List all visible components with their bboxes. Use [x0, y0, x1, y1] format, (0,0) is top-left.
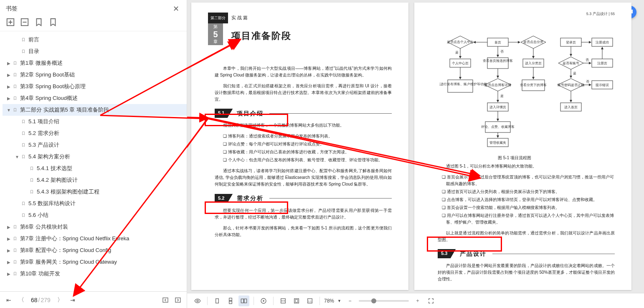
sidebar-collapse-icon[interactable]: [161, 295, 170, 305]
close-icon[interactable]: ✕: [171, 4, 181, 13]
outline-item[interactable]: 5.2 需求分析: [3, 127, 187, 139]
outline-item[interactable]: ▶第10章 功能开发: [3, 268, 187, 280]
svg-text:提示错误: 提示错误: [596, 83, 609, 87]
svg-text:是: 是: [455, 51, 459, 54]
svg-text:登录页: 登录页: [566, 41, 576, 44]
outline-item[interactable]: ▼第二部分 实战篇第5 章 项目准备阶段: [3, 104, 187, 116]
svg-text:否: 否: [586, 80, 589, 84]
bookmark-icon: [12, 72, 18, 77]
outline-item[interactable]: ▶第2章 Spring Boot基础: [3, 69, 187, 81]
tree-twisty-icon[interactable]: ▶: [6, 84, 12, 89]
outline-item[interactable]: 5.6 小结: [3, 209, 187, 221]
svg-rect-72: [229, 298, 232, 300]
section-head-5-1: 5.1 项目介绍: [215, 109, 392, 118]
bookmark-icon: [20, 201, 27, 206]
page-spread[interactable]: 第二部分 实战篇 第 5 章 项目准备阶段 本章中，我们将开始一个大型实战项目—…: [187, 0, 644, 308]
next-page-button[interactable]: 〉: [56, 295, 65, 305]
outline-item[interactable]: ▶第6章 公共模块封装: [3, 221, 187, 233]
tree-twisty-icon[interactable]: ▶: [6, 96, 12, 101]
outline-item-label: 5.4 架构方案分析: [27, 153, 70, 160]
bookmark-icon: [20, 37, 27, 42]
outline-item-label: 第2章 Spring Boot基础: [18, 71, 75, 79]
outline-item[interactable]: 5.4.2 架构图设计: [3, 174, 187, 186]
read-aloud-icon[interactable]: [258, 295, 269, 306]
fit-width-icon[interactable]: [278, 295, 289, 306]
eye-icon[interactable]: [192, 295, 203, 306]
part-tab: 第二部分: [208, 13, 228, 23]
svg-text:是否有账号: 是否有账号: [563, 61, 579, 65]
bookmark-icon: [12, 236, 18, 241]
outline-item-label: 前言: [27, 36, 39, 43]
outline-item-label: 5.4.2 架构图设计: [35, 176, 78, 184]
outline-item[interactable]: 目录: [3, 46, 187, 57]
tree-twisty-icon[interactable]: ▶: [6, 225, 12, 229]
expand-all-icon[interactable]: [6, 18, 15, 27]
prev-page-button[interactable]: 〈: [17, 295, 26, 305]
svg-text:是否点击分类: 是否点击分类: [523, 40, 543, 44]
outline-item-label: 5.4.1 技术选型: [35, 165, 72, 172]
collapse-all-icon[interactable]: [20, 18, 29, 27]
tree-twisty-icon[interactable]: ▶: [6, 61, 12, 66]
svg-text:进入分类页: 进入分类页: [525, 61, 542, 65]
page-indicator[interactable]: 68/279: [31, 297, 51, 303]
zoom-slider[interactable]: [359, 300, 409, 302]
outline-item[interactable]: ▶第7章 注册中心：Spring Cloud Netflix Eureka: [3, 233, 187, 244]
outline-item[interactable]: ▼5.4 架构方案分析: [3, 151, 187, 163]
outline-item-label: 第7章 注册中心：Spring Cloud Netflix Eureka: [18, 235, 129, 242]
outline-item[interactable]: ▶第9章 服务网关：Spring Cloud Gateway: [3, 256, 187, 268]
outline-item-label: 5.3 产品设计: [27, 141, 59, 149]
last-page-button[interactable]: ⇥: [68, 295, 77, 305]
svg-rect-74: [241, 299, 243, 303]
tree-twisty-icon[interactable]: ▼: [14, 155, 20, 159]
outline-item-label: 5.1 项目介绍: [27, 118, 59, 125]
fullscreen-icon[interactable]: [426, 295, 436, 306]
bookmark-icon: [20, 143, 27, 148]
svg-rect-2: [163, 298, 168, 302]
bookmark-icon: [20, 119, 27, 124]
tree-twisty-icon[interactable]: ▶: [6, 272, 12, 276]
tree-twisty-icon[interactable]: ▶: [6, 73, 12, 77]
sidebar-expand-icon[interactable]: [173, 295, 183, 305]
page-left-body: 本章中，我们将开始一个大型实战项目——博客网站，通过"以战代练"的方式来学习如何…: [215, 65, 392, 242]
section-head-5-2: 5.2 需求分析: [215, 193, 392, 203]
outline-item[interactable]: 5.1 项目介绍: [3, 116, 187, 127]
first-page-button[interactable]: ⇤: [4, 295, 13, 305]
two-page-icon[interactable]: [238, 295, 249, 306]
outline-item[interactable]: ▶第4章 Spring Cloud概述: [3, 92, 187, 104]
bookmark-icon: [20, 131, 27, 136]
fit-page-icon[interactable]: [291, 295, 302, 306]
outline-item[interactable]: ▶第8章 配置中心：Spring Cloud Config: [3, 244, 187, 256]
outline-item[interactable]: 5.5 数据库结构设计: [3, 198, 187, 209]
bookmarks-sidebar: 书签 ✕ 前言目录▶第1章 微服务概述▶第2章 Spring Boot基础▶第3…: [0, 0, 187, 308]
zoom-out-button[interactable]: −: [345, 295, 355, 306]
single-page-icon[interactable]: [212, 295, 223, 306]
bookmark-icon: [12, 96, 18, 101]
svg-text:是: 是: [500, 94, 504, 98]
section-head-5-3: 5.3 产品设计: [438, 249, 615, 258]
zoom-in-button[interactable]: ＋: [412, 295, 423, 306]
tree-twisty-icon[interactable]: ▼: [6, 108, 12, 112]
outline-item[interactable]: ▶第3章 Spring Boot核心原理: [3, 81, 187, 92]
bookmark-add-icon[interactable]: [34, 18, 43, 27]
outline-item[interactable]: 5.4.3 根据架构图创建工程: [3, 186, 187, 198]
continuous-page-icon[interactable]: [225, 295, 236, 306]
outline-item[interactable]: 5.4.1 技术选型: [3, 163, 187, 174]
outline-item[interactable]: 前言: [3, 34, 187, 46]
outline-item[interactable]: ▶第1章 微服务概述: [3, 57, 187, 69]
outline-item[interactable]: 5.3 产品设计: [3, 139, 187, 151]
page-right-body: 通过图 5-1，可以分析出本博客网站的大致功能。 ❑ 首页会展示一些通过后台管理…: [438, 163, 615, 287]
outline-tree[interactable]: 前言目录▶第1章 微服务概述▶第2章 Spring Boot基础▶第3章 Spr…: [0, 31, 187, 291]
bookmark-icon: [28, 178, 35, 183]
svg-text:查看分类下的博客: 查看分类下的博客: [520, 83, 547, 87]
sidebar-title: 书签: [6, 5, 18, 13]
svg-rect-73: [229, 301, 232, 303]
tree-twisty-icon[interactable]: ▶: [6, 248, 12, 253]
actual-size-icon[interactable]: 1:1: [304, 295, 315, 306]
svg-text:否: 否: [500, 50, 504, 53]
zoom-value[interactable]: 78%: [324, 298, 334, 304]
tree-twisty-icon[interactable]: ▶: [6, 237, 12, 241]
tree-twisty-icon[interactable]: ▶: [6, 260, 12, 265]
svg-text:查看首页推送的博客: 查看首页推送的博客: [483, 59, 513, 63]
bookmark-icon[interactable]: [48, 18, 58, 27]
svg-text:首页: 首页: [494, 41, 501, 44]
